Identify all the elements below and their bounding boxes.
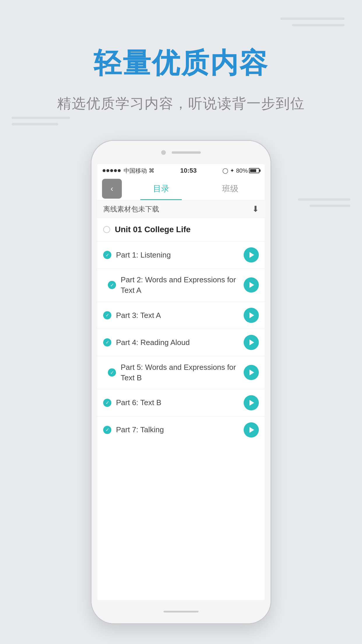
unit-title: Unit 01 College Life — [115, 225, 191, 234]
play-triangle-7 — [249, 427, 254, 433]
tab-catalog[interactable]: 目录 — [126, 177, 196, 200]
play-button-7[interactable] — [244, 422, 259, 438]
nav-tabs: 目录 班级 — [126, 177, 265, 200]
play-button-4[interactable] — [244, 335, 259, 350]
check-icon-2: ✓ — [108, 281, 116, 289]
list-item[interactable]: ✓ Part 7: Talking — [97, 416, 265, 443]
signal-dots — [103, 169, 121, 172]
play-triangle-2 — [249, 282, 254, 288]
part-label-4: Part 4: Reading Aloud — [116, 337, 239, 348]
check-icon-3: ✓ — [103, 311, 111, 319]
phone-shell: 中国移动 ⌘ 10:53 ◯ ✦ 80% ‹ — [91, 140, 271, 624]
check-icon-1: ✓ — [103, 251, 111, 259]
status-right: ◯ ✦ 80% — [222, 167, 259, 174]
unit-header: Unit 01 College Life — [97, 218, 265, 242]
check-icon-7: ✓ — [103, 426, 111, 434]
sub-title: 精选优质学习内容，听说读背一步到位 — [57, 94, 305, 113]
check-icon-5: ✓ — [108, 368, 116, 377]
list-item[interactable]: ✓ Part 4: Reading Aloud — [97, 329, 265, 356]
part-label-1: Part 1: Listening — [116, 250, 239, 260]
unit-circle — [103, 226, 110, 233]
part-label-3: Part 3: Text A — [116, 310, 239, 321]
play-button-3[interactable] — [244, 308, 259, 323]
list-item[interactable]: ✓ Part 2: Words and Expressions for Text… — [97, 269, 265, 302]
check-icon-4: ✓ — [103, 338, 111, 346]
clock-icon: ◯ — [222, 167, 228, 174]
list-item[interactable]: ✓ Part 3: Text A — [97, 302, 265, 329]
top-section: 轻量优质内容 精选优质学习内容，听说读背一步到位 — [0, 0, 362, 134]
battery-container: 80% — [236, 167, 259, 174]
tab-class[interactable]: 班级 — [196, 177, 265, 200]
signal-dot-5 — [118, 169, 121, 172]
part-label-6: Part 6: Text B — [116, 397, 239, 408]
status-time: 10:53 — [180, 167, 196, 174]
wifi-icon: ⌘ — [149, 167, 154, 174]
play-triangle-6 — [249, 400, 254, 406]
signal-dot-1 — [103, 169, 106, 172]
signal-dot-3 — [110, 169, 113, 172]
play-triangle-5 — [249, 370, 254, 375]
list-item[interactable]: ✓ Part 6: Text B — [97, 389, 265, 416]
home-indicator — [164, 611, 198, 612]
download-banner: 离线素材包未下载 ⬇ — [97, 200, 265, 218]
part-label-7: Part 7: Talking — [116, 424, 239, 435]
play-triangle-1 — [249, 252, 254, 258]
part-label-2: Part 2: Words and Expressions for Text A — [121, 274, 239, 296]
signal-dot-2 — [106, 169, 109, 172]
status-bar: 中国移动 ⌘ 10:53 ◯ ✦ 80% — [97, 164, 265, 177]
nav-bar: ‹ 目录 班级 — [97, 177, 265, 200]
check-icon-6: ✓ — [103, 399, 111, 407]
main-title: 轻量优质内容 — [94, 45, 268, 83]
phone-bottom-bar — [92, 600, 270, 623]
deco-lines-right-mid — [298, 198, 350, 207]
list-item[interactable]: ✓ Part 5: Words and Expressions for Text… — [97, 356, 265, 389]
carrier-text: 中国移动 — [124, 167, 147, 175]
phone-mockup: 中国移动 ⌘ 10:53 ◯ ✦ 80% ‹ — [91, 140, 271, 624]
battery-percent: 80% — [236, 167, 248, 174]
phone-top-bar — [92, 141, 270, 164]
phone-speaker — [172, 151, 201, 154]
tab-underline — [140, 199, 182, 200]
battery-icon — [249, 168, 259, 173]
download-text: 离线素材包未下载 — [103, 204, 159, 214]
play-triangle-3 — [249, 312, 254, 318]
play-triangle-4 — [249, 340, 254, 345]
content-list: Unit 01 College Life ✓ Part 1: Listening… — [97, 218, 265, 443]
back-button[interactable]: ‹ — [102, 179, 122, 199]
play-button-1[interactable] — [244, 247, 259, 262]
phone-screen: 中国移动 ⌘ 10:53 ◯ ✦ 80% ‹ — [97, 164, 265, 600]
status-left: 中国移动 ⌘ — [103, 167, 154, 175]
signal-dot-4 — [114, 169, 117, 172]
part-label-5: Part 5: Words and Expressions for Text B — [121, 362, 239, 383]
download-icon[interactable]: ⬇ — [252, 204, 259, 214]
list-item[interactable]: ✓ Part 1: Listening — [97, 242, 265, 269]
play-button-2[interactable] — [244, 277, 259, 293]
battery-fill — [250, 169, 256, 172]
play-button-5[interactable] — [244, 365, 259, 380]
phone-camera — [161, 150, 166, 155]
play-button-6[interactable] — [244, 395, 259, 410]
bluetooth-icon: ✦ — [230, 167, 234, 174]
